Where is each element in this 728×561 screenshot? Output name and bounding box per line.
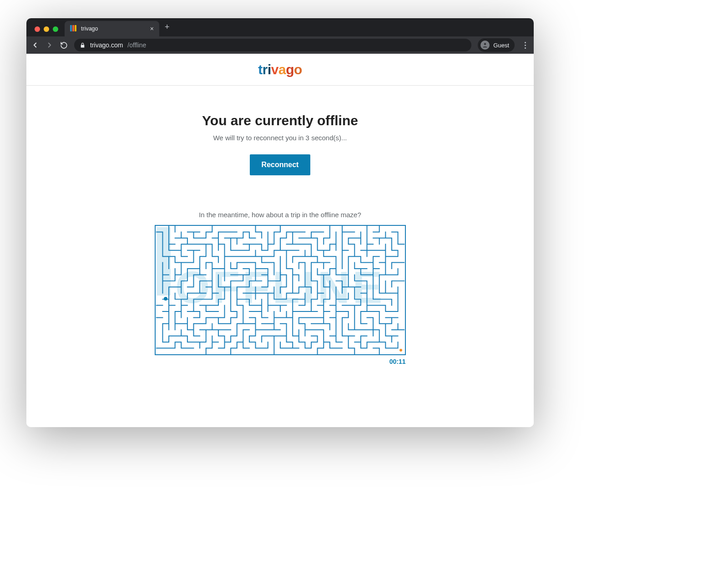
maze-game[interactable]: OFFLINE [155,225,406,355]
maze-exit-dot [399,349,402,352]
browser-tabbar: trivago × + [26,18,534,36]
browser-toolbar: trivago.com/offline Guest [26,36,534,54]
close-tab-icon[interactable]: × [150,25,154,32]
reload-button[interactable] [60,41,68,49]
new-tab-button[interactable]: + [163,22,172,36]
browser-menu-button[interactable] [521,42,529,49]
address-bar[interactable]: trivago.com/offline [74,39,471,51]
trivago-favicon-icon [70,25,77,32]
url-host: trivago.com [90,41,123,49]
page-content: trivago You are currently offline We wil… [26,54,534,427]
reconnect-button[interactable]: Reconnect [250,154,311,175]
maximize-window-button[interactable] [53,26,58,32]
profile-chip[interactable]: Guest [478,38,515,52]
forward-button[interactable] [46,41,54,49]
offline-heading: You are currently offline [26,113,534,128]
browser-window: trivago × + trivago.com/offline [26,18,534,427]
site-header: trivago [26,54,534,86]
svg-point-0 [484,43,486,45]
maze-walls-icon [156,226,405,354]
maze-timer: 00:11 [155,357,406,365]
offline-panel: You are currently offline We will try to… [26,86,534,365]
maze-player-dot [164,297,167,301]
close-window-button[interactable] [35,26,40,32]
maze-caption: In the meantime, how about a trip in the… [26,211,534,219]
browser-tab[interactable]: trivago × [65,21,159,36]
guest-avatar-icon [480,41,490,50]
lock-icon [80,42,86,48]
profile-label: Guest [493,42,509,49]
url-path: /offline [127,41,146,49]
tab-title: trivago [81,26,147,32]
maze-section: In the meantime, how about a trip in the… [26,211,534,365]
window-controls [32,26,61,36]
offline-subtext: We will try to reconnect you in 3 second… [26,134,534,142]
minimize-window-button[interactable] [44,26,49,32]
trivago-logo: trivago [258,62,302,77]
back-button[interactable] [31,41,39,49]
